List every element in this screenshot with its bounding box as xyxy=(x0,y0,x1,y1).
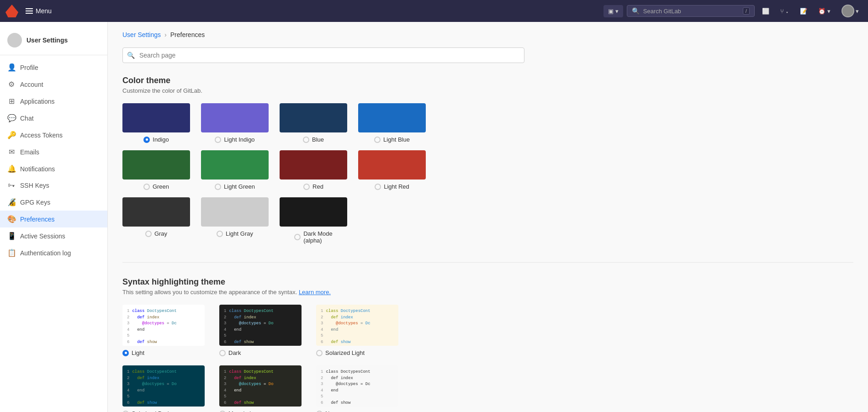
theme-option-blue[interactable]: Blue xyxy=(280,103,347,143)
theme-swatch-indigo xyxy=(122,103,190,132)
sidebar-item-applications[interactable]: ⊞ Applications xyxy=(0,93,107,110)
theme-swatch-gray xyxy=(122,197,190,227)
radio-syntax-solarized-dark xyxy=(122,411,129,412)
syntax-option-monokai[interactable]: 1class DoctypesCont 2 def index 3 @docty… xyxy=(219,365,302,412)
radio-green xyxy=(143,184,150,190)
namespace-switcher[interactable]: ▣▾ xyxy=(603,5,623,17)
sidebar-item-authentication-log[interactable]: 📋 Authentication log xyxy=(0,244,107,261)
syntax-label-solarized-light: Solarized Light xyxy=(325,349,365,356)
sidebar-item-label: SSH Keys xyxy=(20,182,49,189)
sidebar: User Settings 👤 Profile ⚙ Account ⊞ Appl… xyxy=(0,22,108,412)
theme-label-indigo: Indigo xyxy=(153,136,169,143)
todo-button[interactable]: ⬜ xyxy=(758,5,773,17)
sidebar-item-label: Active Sessions xyxy=(20,232,65,240)
color-theme-section: Color theme Customize the color of GitLa… xyxy=(122,76,524,244)
section-divider-1 xyxy=(122,262,853,263)
radio-light-indigo xyxy=(215,137,221,143)
menu-button[interactable]: Menu xyxy=(22,5,55,16)
syntax-preview-light: 1class DoctypesCont 2 def index 3 @docty… xyxy=(122,305,205,346)
syntax-label-solarized-dark: Solarized Dark xyxy=(132,410,170,412)
page-search-input[interactable] xyxy=(122,48,524,63)
global-search[interactable]: 🔍 / xyxy=(627,5,755,17)
syntax-option-solarized-light[interactable]: 1class DoctypesCont 2 def index 3 @docty… xyxy=(316,305,398,356)
sidebar-item-chat[interactable]: 💬 Chat xyxy=(0,110,107,127)
user-menu-button[interactable]: ▾ xyxy=(838,2,863,20)
sidebar-item-label: Notifications xyxy=(20,165,55,173)
theme-swatch-light-gray xyxy=(201,197,269,227)
theme-swatch-light-green xyxy=(201,150,269,180)
sidebar-item-active-sessions[interactable]: 📱 Active Sessions xyxy=(0,227,107,244)
color-theme-grid: Indigo Light Indigo Blue xyxy=(122,103,524,244)
sidebar-item-profile[interactable]: 👤 Profile xyxy=(0,59,107,76)
theme-label-light-blue: Light Blue xyxy=(383,136,410,143)
theme-option-dark-mode[interactable]: Dark Mode(alpha) xyxy=(280,197,347,244)
sidebar-item-emails[interactable]: ✉ Emails xyxy=(0,143,107,160)
syntax-option-light[interactable]: 1class DoctypesCont 2 def index 3 @docty… xyxy=(122,305,205,356)
account-icon: ⚙ xyxy=(7,80,16,89)
profile-icon: 👤 xyxy=(7,63,16,72)
radio-light-red xyxy=(375,184,381,190)
theme-option-green[interactable]: Green xyxy=(122,150,190,190)
sidebar-item-access-tokens[interactable]: 🔑 Access Tokens xyxy=(0,127,107,143)
applications-icon: ⊞ xyxy=(7,97,16,106)
radio-syntax-monokai xyxy=(219,411,226,412)
theme-option-red[interactable]: Red xyxy=(280,150,347,190)
theme-label-light-gray: Light Gray xyxy=(226,230,253,237)
sidebar-item-notifications[interactable]: 🔔 Notifications xyxy=(0,160,107,177)
learn-more-link[interactable]: Learn more. xyxy=(299,289,331,296)
theme-label-dark-mode: Dark Mode(alpha) xyxy=(303,230,333,244)
sidebar-item-preferences[interactable]: 🎨 Preferences xyxy=(0,211,107,227)
breadcrumb-separator: › xyxy=(164,31,167,38)
sidebar-item-label: Account xyxy=(20,81,43,88)
theme-option-gray[interactable]: Gray xyxy=(122,197,190,244)
page-search-icon: 🔍 xyxy=(127,52,135,59)
theme-option-light-blue[interactable]: Light Blue xyxy=(358,103,426,143)
sidebar-item-gpg-keys[interactable]: 🔏 GPG Keys xyxy=(0,194,107,211)
page-search-wrapper: 🔍 xyxy=(122,48,524,63)
activity-button[interactable]: ⏰ ▾ xyxy=(815,5,834,17)
search-input[interactable] xyxy=(643,8,739,15)
syntax-option-none[interactable]: 1class DoctypesCont 2 def index 3 @docty… xyxy=(316,365,398,412)
syntax-preview-monokai: 1class DoctypesCont 2 def index 3 @docty… xyxy=(219,365,302,407)
theme-swatch-blue xyxy=(280,103,347,132)
gitlab-logo xyxy=(5,5,18,17)
sidebar-item-label: Applications xyxy=(20,98,55,105)
radio-dark-mode xyxy=(294,234,301,240)
syntax-label-dark: Dark xyxy=(228,349,241,356)
sidebar-item-label: Preferences xyxy=(20,216,54,223)
syntax-label-light: Light xyxy=(132,349,144,356)
theme-option-light-red[interactable]: Light Red xyxy=(358,150,426,190)
syntax-preview-solarized-light: 1class DoctypesCont 2 def index 3 @docty… xyxy=(316,305,398,346)
search-shortcut: / xyxy=(743,7,750,15)
theme-swatch-red xyxy=(280,150,347,180)
merge-requests-button[interactable]: ⑂ ▾ xyxy=(777,5,793,17)
notifications-icon: 🔔 xyxy=(7,164,16,173)
theme-option-light-green[interactable]: Light Green xyxy=(201,150,269,190)
main-content: User Settings › Preferences 🔍 Color them… xyxy=(108,22,868,412)
theme-swatch-dark-mode xyxy=(280,197,347,227)
chat-icon: 💬 xyxy=(7,114,16,122)
theme-option-indigo[interactable]: Indigo xyxy=(122,103,190,143)
theme-label-light-indigo: Light Indigo xyxy=(224,136,254,143)
theme-option-light-indigo[interactable]: Light Indigo xyxy=(201,103,269,143)
sidebar-item-account[interactable]: ⚙ Account xyxy=(0,76,107,93)
syntax-theme-grid: 1class DoctypesCont 2 def index 3 @docty… xyxy=(122,305,524,412)
sidebar-item-label: Profile xyxy=(20,64,38,71)
theme-option-light-gray[interactable]: Light Gray xyxy=(201,197,269,244)
page-layout: User Settings 👤 Profile ⚙ Account ⊞ Appl… xyxy=(0,22,868,412)
breadcrumb-current: Preferences xyxy=(170,31,205,38)
theme-label-light-red: Light Red xyxy=(384,183,409,190)
sidebar-item-label: Authentication log xyxy=(20,249,71,257)
sidebar-header: User Settings xyxy=(0,29,107,55)
syntax-preview-none: 1class DoctypesCont 2 def index 3 @docty… xyxy=(316,365,398,407)
breadcrumb-parent[interactable]: User Settings xyxy=(122,31,161,38)
syntax-option-dark[interactable]: 1class DoctypesCont 2 def index 3 @docty… xyxy=(219,305,302,356)
syntax-option-solarized-dark[interactable]: 1class DoctypesCont 2 def index 3 @docty… xyxy=(122,365,205,412)
issues-button[interactable]: 📝 xyxy=(796,5,811,17)
theme-label-red: Red xyxy=(312,183,323,190)
preferences-icon: 🎨 xyxy=(7,215,16,223)
theme-swatch-light-blue xyxy=(358,103,426,132)
active-sessions-icon: 📱 xyxy=(7,232,16,240)
top-navigation: Menu ▣▾ 🔍 / ⬜ ⑂ ▾ 📝 ⏰ ▾ ▾ xyxy=(0,0,868,22)
sidebar-item-ssh-keys[interactable]: 🗝 SSH Keys xyxy=(0,177,107,194)
